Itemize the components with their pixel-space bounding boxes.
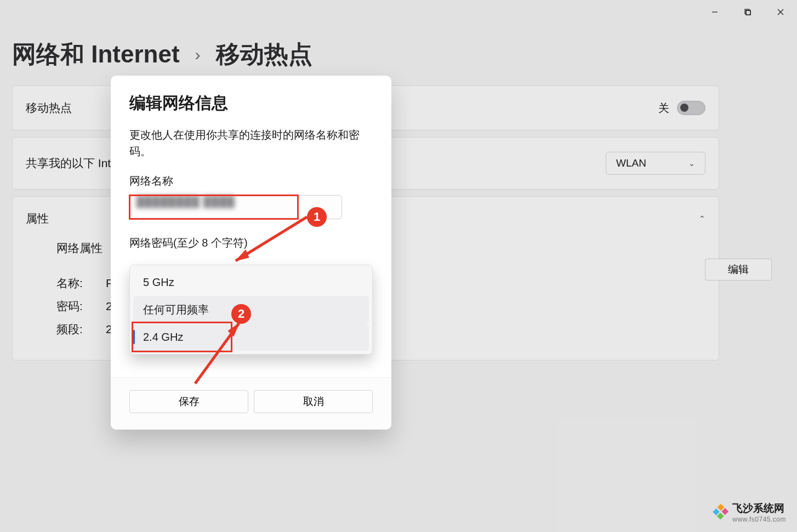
band-option-24ghz[interactable]: 2.4 GHz [133, 323, 369, 351]
cancel-button[interactable]: 取消 [254, 390, 373, 413]
watermark-brand: 飞沙系统网 [732, 502, 784, 514]
network-name-label: 网络名称 [129, 174, 373, 188]
watermark-url: www.fs0745.com [732, 516, 786, 523]
save-button[interactable]: 保存 [129, 390, 248, 413]
dialog-title: 编辑网络信息 [129, 92, 373, 115]
network-name-value: ████████ ████ [136, 196, 235, 207]
band-option-any[interactable]: 任何可用频率 [133, 296, 369, 323]
svg-marker-7 [236, 250, 249, 261]
dialog-description: 更改他人在使用你共享的连接时的网络名称和密码。 [129, 127, 373, 159]
watermark-logo-icon [713, 504, 730, 520]
annotation-arrow-1 [230, 201, 312, 268]
dialog-footer: 保存 取消 [111, 377, 391, 430]
band-dropdown-open: 5 GHz 任何可用频率 2.4 GHz [129, 265, 373, 354]
band-option-5ghz[interactable]: 5 GHz [133, 268, 369, 296]
watermark: 飞沙系统网 www.fs0745.com [715, 501, 786, 523]
annotation-arrow-2 [184, 312, 250, 391]
